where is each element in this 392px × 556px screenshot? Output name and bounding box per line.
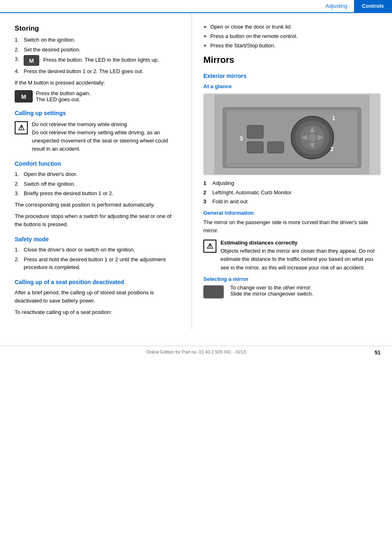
legend-1: 1 Adjusting (203, 179, 381, 187)
estimating-warning-box: ⚠ Estimating distances correctly Objects… (203, 239, 381, 272)
led-goes-out-text: The LED goes out. (36, 96, 91, 102)
footer-text: Online Edition for Part no. 01 40 2 926 … (146, 349, 246, 354)
bullet-3: ► Press the Start/Stop button. (203, 42, 381, 50)
legend-text-1: Adjusting (212, 179, 234, 187)
calling-up-deactivated-text1: After a brief period, the calling up of … (15, 289, 180, 305)
storing-step-3: 3. M Press the button. The LED in the bu… (15, 55, 180, 66)
safety-step-1: 1. Close the driver's door or switch on … (15, 246, 180, 254)
legend-2: 2 Left/right, Automatic Curb Monitor (203, 189, 381, 197)
selecting-text2: Slide the mirror changeover switch. (230, 291, 313, 297)
bullet-2: ► Press a button on the remote control. (203, 32, 381, 40)
exterior-mirrors-title: Exterior mirrors (203, 73, 381, 79)
if-m-accidentally: If the M button is pressed accidentally: (15, 79, 180, 87)
svg-rect-16 (267, 142, 284, 153)
mirror-legend: 1 Adjusting 2 Left/right, Automatic Curb… (203, 179, 381, 206)
left-column: Storing 1. Switch on the ignition. 2. Se… (0, 13, 192, 329)
legend-text-3: Fold in and out (212, 198, 247, 206)
comfort-title: Comfort function (15, 160, 180, 167)
storing-step-2: 2. Set the desired position. (15, 46, 180, 54)
estimating-warning-text: Estimating distances correctly Objects r… (220, 239, 381, 272)
legend-text-2: Left/right, Automatic Curb Monitor (212, 189, 292, 197)
calling-up-deactivated-title: Calling up of a seat position deactivate… (15, 279, 180, 285)
bullet-icon-2: ► (203, 32, 208, 40)
comfort-step-1: 1. Open the driver's door. (15, 170, 180, 178)
mirror-diagram: 1 2 3 (203, 93, 381, 175)
calling-up-title: Calling up settings (15, 110, 180, 116)
page-footer: Online Edition for Part no. 01 40 2 926 … (0, 346, 392, 358)
storing-title: Storing (15, 24, 180, 33)
svg-text:3: 3 (240, 135, 243, 142)
selecting-row: To change over to the other mirror: Slid… (203, 285, 381, 298)
bullet-text-2: Press a button on the remote control. (210, 32, 381, 40)
press-again-text: Press the button again. (36, 90, 91, 96)
comfort-list: 1. Open the driver's door. 2. Switch off… (15, 170, 180, 198)
bullet-1: ► Open or close the door or trunk lid. (203, 23, 381, 31)
safety-title: Safety mode (15, 236, 180, 242)
warning-box: ⚠ Do not retrieve the memory while drivi… (15, 120, 180, 153)
storing-section: Storing 1. Switch on the ignition. 2. Se… (15, 24, 180, 102)
comfort-step-2: 2. Switch off the ignition. (15, 180, 180, 188)
bullet-text-3: Press the Start/Stop button. (210, 42, 381, 50)
comfort-text1: The corresponding seat position is perfo… (15, 201, 180, 209)
safety-section: Safety mode 1. Close the driver's door o… (15, 236, 180, 271)
legend-3: 3 Fold in and out (203, 198, 381, 206)
mirror-switch-icon (203, 285, 224, 298)
svg-rect-15 (247, 142, 263, 153)
comfort-text2: The procedure stops when a switch for ad… (15, 212, 180, 229)
bullet-icon-3: ► (203, 42, 208, 49)
m-button-block: M Press the button again. The LED goes o… (15, 90, 180, 102)
estimating-title: Estimating distances correctly (220, 239, 381, 247)
bullet-text-1: Open or close the door or trunk lid. (210, 23, 381, 31)
comfort-step-3: 3. Briefly press the desired button 1 or… (15, 189, 180, 198)
svg-rect-14 (247, 125, 263, 138)
m-button-large: M (15, 90, 33, 102)
page-number: 51 (375, 349, 381, 356)
warning-icon: ⚠ (15, 121, 28, 134)
svg-text:1: 1 (332, 115, 335, 121)
header-controls-label: Controls (354, 0, 392, 13)
storing-step-1: 1. Switch on the ignition. (15, 36, 180, 44)
selecting-text1: To change over to the other mirror: (230, 285, 313, 291)
calling-up-section: Calling up settings ⚠ Do not retrieve th… (15, 110, 180, 153)
comfort-section: Comfort function 1. Open the driver's do… (15, 160, 180, 229)
estimating-text: Objects reflected in the mirror are clos… (220, 247, 381, 271)
top-header: Adjusting Controls (0, 0, 392, 13)
content-wrapper: Storing 1. Switch on the ignition. 2. Se… (0, 13, 392, 329)
warning-line2: Do not retrieve the memory setting while… (32, 129, 180, 153)
header-adjusting-label: Adjusting (319, 0, 354, 13)
mirrors-title: Mirrors (203, 55, 381, 65)
calling-up-deactivated-text2: To reactivate calling up of a seat posit… (15, 308, 180, 316)
selecting-title: Selecting a mirror (203, 276, 381, 282)
safety-step-2: 2. Press and hold the desired button 1 o… (15, 256, 180, 271)
estimating-warning-icon: ⚠ (203, 240, 216, 253)
svg-text:2: 2 (330, 146, 334, 152)
general-info-title: General information (203, 210, 381, 216)
safety-list: 1. Close the driver's door or switch on … (15, 246, 180, 271)
storing-step-4: 4. Press the desired button 1 or 2. The … (15, 67, 180, 76)
calling-up-deactivated-section: Calling up of a seat position deactivate… (15, 279, 180, 316)
svg-point-10 (308, 133, 316, 142)
warning-text: Do not retrieve the memory while driving… (32, 120, 180, 153)
m-button-step3: M (24, 55, 39, 66)
general-info-text: The mirror on the passenger side is more… (203, 218, 381, 235)
bullet-icon-1: ► (203, 23, 208, 31)
warning-line1: Do not retrieve the memory while driving (32, 120, 180, 129)
storing-list: 1. Switch on the ignition. 2. Set the de… (15, 36, 180, 76)
at-a-glance-title: At a glance (203, 83, 381, 89)
right-column: ► Open or close the door or trunk lid. ►… (192, 13, 392, 329)
bullets-section: ► Open or close the door or trunk lid. ►… (203, 23, 381, 50)
